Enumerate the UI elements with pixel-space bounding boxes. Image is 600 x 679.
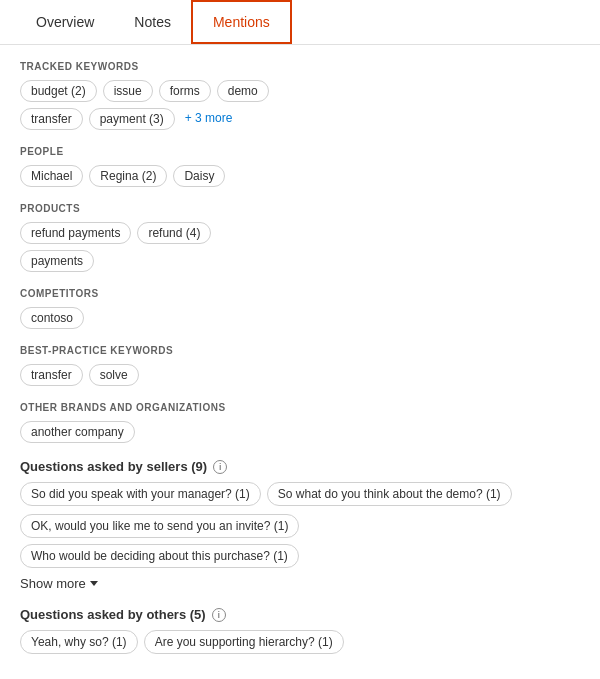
tag-refund-payments[interactable]: refund payments [20, 222, 131, 244]
tag-solve[interactable]: solve [89, 364, 139, 386]
questions-sellers-title: Questions asked by sellers (9) i [20, 459, 580, 474]
tag-forms[interactable]: forms [159, 80, 211, 102]
tag-regina[interactable]: Regina (2) [89, 165, 167, 187]
more-keywords-link[interactable]: + 3 more [181, 108, 237, 130]
tag-issue[interactable]: issue [103, 80, 153, 102]
tag-payments[interactable]: payments [20, 250, 94, 272]
tag-payment[interactable]: payment (3) [89, 108, 175, 130]
tracked-keywords-title: TRACKED KEYWORDS [20, 61, 580, 72]
questions-others-title: Questions asked by others (5) i [20, 607, 580, 622]
show-more-button[interactable]: Show more [20, 576, 580, 591]
questions-others-tags: Yeah, why so? (1) Are you supporting hie… [20, 630, 580, 654]
products-section: PRODUCTS refund payments refund (4) paym… [20, 203, 580, 272]
mentions-content: TRACKED KEYWORDS budget (2) issue forms … [0, 45, 600, 679]
products-tags: refund payments refund (4) [20, 222, 580, 244]
questions-sellers-info-icon[interactable]: i [213, 460, 227, 474]
tag-contoso[interactable]: contoso [20, 307, 84, 329]
questions-others-info-icon[interactable]: i [212, 608, 226, 622]
tag-demo[interactable]: demo [217, 80, 269, 102]
people-section: PEOPLE Michael Regina (2) Daisy [20, 146, 580, 187]
other-brands-title: OTHER BRANDS AND ORGANIZATIONS [20, 402, 580, 413]
tab-overview[interactable]: Overview [16, 0, 114, 44]
best-practice-title: BEST-PRACTICE KEYWORDS [20, 345, 580, 356]
competitors-section: COMPETITORS contoso [20, 288, 580, 329]
questions-others-section: Questions asked by others (5) i Yeah, wh… [20, 607, 580, 654]
tag-transfer-bp[interactable]: transfer [20, 364, 83, 386]
question-tag-1[interactable]: So what do you think about the demo? (1) [267, 482, 512, 506]
question-tag-2[interactable]: OK, would you like me to send you an inv… [20, 514, 299, 538]
people-title: PEOPLE [20, 146, 580, 157]
other-brands-section: OTHER BRANDS AND ORGANIZATIONS another c… [20, 402, 580, 443]
tag-michael[interactable]: Michael [20, 165, 83, 187]
tracked-keywords-section: TRACKED KEYWORDS budget (2) issue forms … [20, 61, 580, 130]
tab-bar: Overview Notes Mentions [0, 0, 600, 45]
tag-daisy[interactable]: Daisy [173, 165, 225, 187]
question-tag-0[interactable]: So did you speak with your manager? (1) [20, 482, 261, 506]
tag-another-company[interactable]: another company [20, 421, 135, 443]
tag-budget[interactable]: budget (2) [20, 80, 97, 102]
tag-transfer[interactable]: transfer [20, 108, 83, 130]
other-brands-tags: another company [20, 421, 580, 443]
competitors-tags: contoso [20, 307, 580, 329]
people-tags: Michael Regina (2) Daisy [20, 165, 580, 187]
products-title: PRODUCTS [20, 203, 580, 214]
chevron-down-icon [90, 581, 98, 586]
best-practice-section: BEST-PRACTICE KEYWORDS transfer solve [20, 345, 580, 386]
questions-sellers-tags-row2: OK, would you like me to send you an inv… [20, 514, 580, 568]
questions-sellers-section: Questions asked by sellers (9) i So did … [20, 459, 580, 591]
others-question-tag-0[interactable]: Yeah, why so? (1) [20, 630, 138, 654]
others-question-tag-1[interactable]: Are you supporting hierarchy? (1) [144, 630, 344, 654]
question-tag-3[interactable]: Who would be deciding about this purchas… [20, 544, 299, 568]
best-practice-tags: transfer solve [20, 364, 580, 386]
tab-mentions[interactable]: Mentions [191, 0, 292, 44]
tab-notes[interactable]: Notes [114, 0, 191, 44]
competitors-title: COMPETITORS [20, 288, 580, 299]
tracked-keywords-tags: budget (2) issue forms demo [20, 80, 580, 102]
products-tags-row2: payments [20, 250, 580, 272]
questions-sellers-tags: So did you speak with your manager? (1) … [20, 482, 580, 506]
tag-refund[interactable]: refund (4) [137, 222, 211, 244]
tracked-keywords-tags-row2: transfer payment (3) + 3 more [20, 108, 580, 130]
